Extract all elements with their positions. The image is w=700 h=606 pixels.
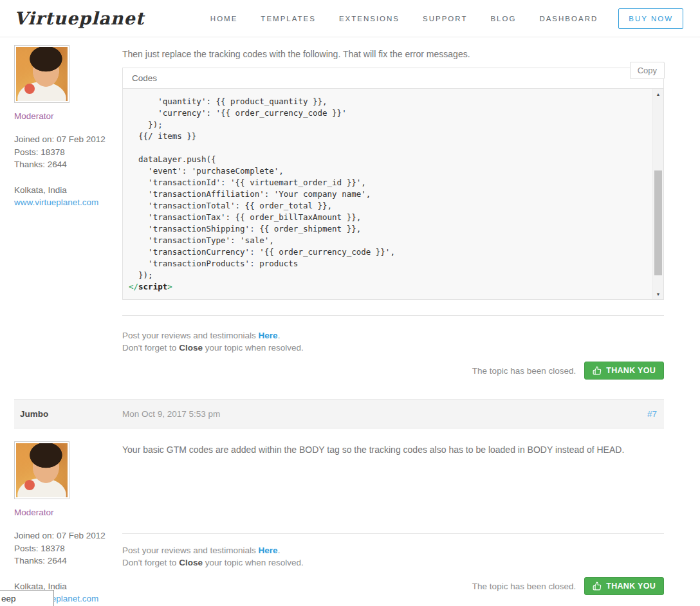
avatar[interactable] xyxy=(14,441,69,499)
post-2-author-name[interactable]: Jumbo xyxy=(14,409,122,419)
code-line: 'transactionId': '{{ virtuemart_order_id… xyxy=(129,177,644,188)
post-2-author-panel: Moderator Joined on: 07 Feb 2012 Posts: … xyxy=(14,441,122,605)
buy-now-button[interactable]: BUY NOW xyxy=(618,8,683,29)
code-tag-close-punct: > xyxy=(167,282,172,291)
topic-closed-notice: The topic has been closed. xyxy=(472,582,576,591)
joined-date: Joined on: 07 Feb 2012 xyxy=(14,529,122,542)
post-1-intro-text: Then just replace the tracking codes wit… xyxy=(122,48,664,60)
main-nav: HOME TEMPLATES EXTENSIONS SUPPORT BLOG D… xyxy=(187,8,683,29)
post-2: Moderator Joined on: 07 Feb 2012 Posts: … xyxy=(14,441,664,605)
close-topic-line: Don't forget to Close your topic when re… xyxy=(122,342,664,354)
post-2-content: Your basic GTM codes are added within th… xyxy=(122,441,664,605)
online-status-dot xyxy=(24,480,35,490)
close-text-prefix: Don't forget to xyxy=(122,343,179,353)
scrollbar-thumb[interactable] xyxy=(654,170,662,275)
code-line: 'currency': '{{ order_currency_code }}' xyxy=(129,107,644,119)
nav-item-extensions[interactable]: EXTENSIONS xyxy=(339,15,400,23)
code-line: 'transactionType': 'sale', xyxy=(129,235,644,246)
post-1: Moderator Joined on: 07 Feb 2012 Posts: … xyxy=(14,45,664,380)
close-topic-line: Don't forget to Close your topic when re… xyxy=(122,556,664,569)
post-2-date: Mon Oct 9, 2017 5:53 pm xyxy=(122,409,220,419)
forum-thread-page: Moderator Joined on: 07 Feb 2012 Posts: … xyxy=(0,45,700,605)
code-line: 'transactionShipping': {{ order_shipment… xyxy=(129,223,644,235)
reviews-text: Post your reviews and testimonials xyxy=(122,546,259,555)
code-line: 'transactionProducts': products xyxy=(129,258,644,270)
online-status-dot xyxy=(24,84,35,94)
browser-status-tooltip: eep xyxy=(0,590,54,606)
code-line-script-close: </script> xyxy=(129,281,644,293)
post-count: Posts: 18378 xyxy=(14,542,122,555)
code-line: 'transactionTax': {{ order_billTaxAmount… xyxy=(129,212,644,223)
scrollbar-down-icon[interactable]: ▼ xyxy=(653,289,663,299)
post-count: Posts: 18378 xyxy=(14,146,122,159)
thumbs-up-icon xyxy=(593,366,602,375)
author-role: Moderator xyxy=(14,111,122,121)
nav-item-support[interactable]: SUPPORT xyxy=(423,15,467,23)
close-word: Close xyxy=(179,343,203,353)
here-link[interactable]: Here xyxy=(259,546,278,555)
thumbs-up-icon xyxy=(593,582,602,591)
reviews-period: . xyxy=(278,546,281,555)
code-line: 'transactionAffiliation': 'Your company … xyxy=(129,188,644,200)
topic-closed-row: The topic has been closed. THANK YOU xyxy=(122,362,664,380)
code-line: }); xyxy=(129,270,644,281)
reviews-line: Post your reviews and testimonials Here. xyxy=(122,329,664,342)
author-website-link[interactable]: www.virtueplanet.com xyxy=(14,196,122,209)
avatar-photo xyxy=(16,443,68,497)
code-line: 'quantity': {{ product_quantity }}, xyxy=(129,96,644,107)
post-footer-divider xyxy=(122,533,664,534)
reviews-period: . xyxy=(278,331,281,340)
nav-item-dashboard[interactable]: DASHBOARD xyxy=(539,15,598,23)
author-role: Moderator xyxy=(14,508,122,517)
close-word: Close xyxy=(179,558,203,567)
close-text-suffix: your topic when resolved. xyxy=(203,558,304,567)
here-link[interactable]: Here xyxy=(259,331,278,340)
code-panel: Copy Codes 'quantity': {{ product_quanti… xyxy=(122,68,664,300)
thanks-count: Thanks: 2644 xyxy=(14,555,122,567)
code-line: }); xyxy=(129,119,644,131)
code-line: 'transactionTotal': {{ order_total }}, xyxy=(129,200,644,212)
copy-button[interactable]: Copy xyxy=(630,62,665,79)
author-stats: Joined on: 07 Feb 2012 Posts: 18378 Than… xyxy=(14,133,122,171)
code-line: 'transactionCurrency': '{{ order_currenc… xyxy=(129,246,644,258)
site-header: Virtueplanet HOME TEMPLATES EXTENSIONS S… xyxy=(0,0,700,37)
author-location-block: Kolkata, India www.virtueplanet.com xyxy=(14,184,122,209)
close-text-suffix: your topic when resolved. xyxy=(203,343,304,353)
thank-you-button[interactable]: THANK YOU xyxy=(584,362,664,380)
nav-item-home[interactable]: HOME xyxy=(210,15,238,23)
code-panel-title: Codes xyxy=(132,73,157,83)
code-line: {{/ items }} xyxy=(129,131,644,142)
close-text-prefix: Don't forget to xyxy=(122,558,179,567)
nav-item-templates[interactable]: TEMPLATES xyxy=(261,15,316,23)
code-panel-header: Codes xyxy=(123,68,663,89)
code-tag-name: script xyxy=(138,282,167,291)
topic-closed-row: The topic has been closed. THANK YOU xyxy=(122,577,664,595)
thank-you-label: THANK YOU xyxy=(606,366,656,375)
nav-item-blog[interactable]: BLOG xyxy=(490,15,516,23)
avatar[interactable] xyxy=(14,45,69,103)
scrollbar-up-icon[interactable]: ▲ xyxy=(653,89,663,99)
thanks-count: Thanks: 2644 xyxy=(14,158,122,171)
joined-date: Joined on: 07 Feb 2012 xyxy=(14,133,122,146)
post-1-content: Then just replace the tracking codes wit… xyxy=(122,45,664,380)
post-1-author-panel: Moderator Joined on: 07 Feb 2012 Posts: … xyxy=(14,45,122,380)
reviews-line: Post your reviews and testimonials Here. xyxy=(122,544,664,556)
reviews-text: Post your reviews and testimonials xyxy=(122,331,259,340)
code-line: dataLayer.push({ xyxy=(129,154,644,165)
post-2-permalink[interactable]: #7 xyxy=(647,409,664,419)
code-scrollbar[interactable]: ▲ ▼ xyxy=(652,89,663,299)
avatar-photo xyxy=(16,47,68,101)
author-stats: Joined on: 07 Feb 2012 Posts: 18378 Than… xyxy=(14,529,122,567)
post-2-header-bar: Jumbo Mon Oct 9, 2017 5:53 pm #7 xyxy=(14,399,664,428)
code-line xyxy=(129,142,644,154)
code-tag-open-punct: </ xyxy=(129,282,138,291)
thank-you-button[interactable]: THANK YOU xyxy=(584,577,664,595)
author-location: Kolkata, India xyxy=(14,184,122,197)
thank-you-label: THANK YOU xyxy=(606,582,656,591)
code-line: 'event': 'purchaseComplete', xyxy=(129,165,644,177)
topic-closed-notice: The topic has been closed. xyxy=(472,366,576,376)
site-logo[interactable]: Virtueplanet xyxy=(14,8,144,28)
post-2-body-text: Your basic GTM codes are added within th… xyxy=(122,444,664,456)
post-footer-divider xyxy=(122,315,664,316)
code-block: 'quantity': {{ product_quantity }}, 'cur… xyxy=(123,89,663,299)
